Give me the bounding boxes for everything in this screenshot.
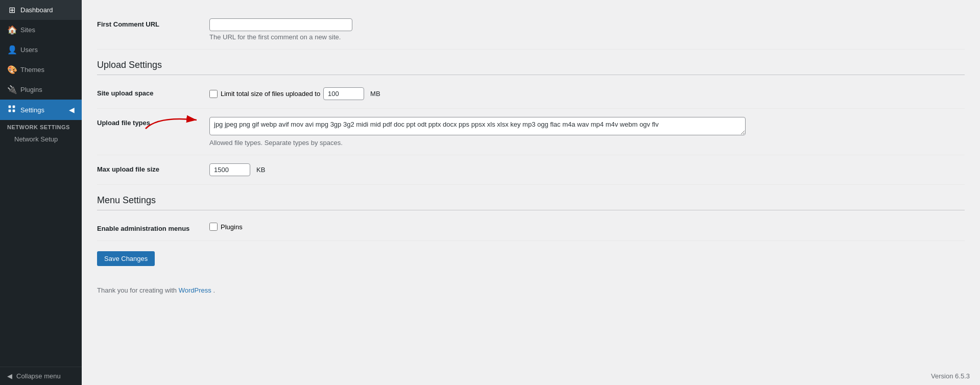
menu-settings-heading: Menu Settings xyxy=(97,185,965,210)
max-upload-size-label: Max upload file size xyxy=(97,163,209,173)
first-comment-url-row: First Comment URL The URL for the first … xyxy=(97,10,965,50)
max-upload-size-row: Max upload file size KB xyxy=(97,155,965,185)
svg-rect-2 xyxy=(9,110,11,112)
enable-admin-menus-plugins-label: Plugins xyxy=(221,223,243,231)
save-changes-button[interactable]: Save Changes xyxy=(97,251,155,266)
sites-icon: 🏠 xyxy=(7,25,16,35)
collapse-label: Collapse menu xyxy=(16,372,61,380)
sidebar-item-plugins[interactable]: 🔌 Plugins xyxy=(0,80,82,100)
upload-file-types-field: jpg jpeg png gif webp avif mov avi mpg 3… xyxy=(209,117,965,147)
sidebar-item-label: Settings xyxy=(20,106,44,114)
sidebar-item-users[interactable]: 👤 Users xyxy=(0,40,82,60)
collapse-icon: ◀ xyxy=(7,372,12,380)
settings-icon xyxy=(7,105,16,115)
site-upload-space-row: Site upload space Limit total size of fi… xyxy=(97,79,965,109)
site-upload-space-label: Site upload space xyxy=(97,87,209,97)
upload-settings-heading: Upload Settings xyxy=(97,50,965,75)
sidebar-item-dashboard[interactable]: ⊞ Dashboard xyxy=(0,0,82,20)
enable-admin-menus-plugins-checkbox[interactable] xyxy=(209,223,218,231)
max-upload-size-unit: KB xyxy=(256,166,265,174)
wordpress-link[interactable]: WordPress xyxy=(179,286,211,294)
max-upload-size-input[interactable] xyxy=(209,163,250,176)
save-button-container: Save Changes xyxy=(97,241,965,276)
site-upload-space-checkbox[interactable] xyxy=(209,90,218,98)
site-upload-space-input[interactable] xyxy=(323,87,364,100)
enable-admin-menus-field: Plugins xyxy=(209,223,965,231)
version-text: Version 6.5.3 xyxy=(931,372,970,380)
themes-icon: 🎨 xyxy=(7,65,16,75)
svg-rect-0 xyxy=(9,106,11,108)
enable-admin-menus-row: Enable administration menus Plugins xyxy=(97,214,965,241)
upload-file-types-row: Upload file types jpg jpeg png gif webp … xyxy=(97,109,965,155)
sidebar-item-label: Dashboard xyxy=(20,6,53,14)
plugins-icon: 🔌 xyxy=(7,85,16,94)
network-setup-label: Network Setup xyxy=(14,135,58,143)
max-upload-size-field: KB xyxy=(209,163,965,176)
upload-file-types-desc: Allowed file types. Separate types by sp… xyxy=(209,139,965,147)
dashboard-icon: ⊞ xyxy=(7,5,16,15)
footer-text: Thank you for creating with xyxy=(97,286,179,294)
svg-rect-3 xyxy=(13,110,15,112)
first-comment-url-desc: The URL for the first comment on a new s… xyxy=(209,33,965,41)
main-content: First Comment URL The URL for the first … xyxy=(82,0,980,385)
footer-period: . xyxy=(213,286,215,294)
sidebar-item-label: Plugins xyxy=(20,86,42,93)
upload-file-types-label: Upload file types xyxy=(97,117,209,127)
sidebar-item-settings[interactable]: Settings ◀ xyxy=(0,100,82,120)
footer: Thank you for creating with WordPress . xyxy=(97,276,965,299)
sidebar-sub-item-network-setup[interactable]: Network Setup xyxy=(0,132,82,146)
upload-file-types-input[interactable]: jpg jpeg png gif webp avif mov avi mpg 3… xyxy=(209,117,746,135)
first-comment-url-input[interactable] xyxy=(209,18,352,31)
sidebar-item-themes[interactable]: 🎨 Themes xyxy=(0,60,82,80)
site-upload-space-field: Limit total size of files uploaded to MB xyxy=(209,87,965,100)
users-icon: 👤 xyxy=(7,45,16,55)
enable-admin-menus-label: Enable administration menus xyxy=(97,223,209,232)
sidebar-item-label: Themes xyxy=(20,66,44,74)
collapse-menu-button[interactable]: ◀ Collapse menu xyxy=(0,367,82,385)
sidebar-item-label: Sites xyxy=(20,26,35,34)
site-upload-space-unit: MB xyxy=(370,90,380,98)
first-comment-url-label: First Comment URL xyxy=(97,18,209,28)
network-settings-heading: Network Settings xyxy=(0,120,82,132)
sidebar-item-label: Users xyxy=(20,46,38,54)
sidebar: ⊞ Dashboard 🏠 Sites 👤 Users 🎨 Themes 🔌 P… xyxy=(0,0,82,385)
site-upload-space-checkbox-label: Limit total size of files uploaded to xyxy=(221,90,320,98)
active-indicator: ◀ xyxy=(69,106,75,114)
svg-rect-1 xyxy=(13,106,15,108)
first-comment-url-field: The URL for the first comment on a new s… xyxy=(209,18,965,41)
sidebar-item-sites[interactable]: 🏠 Sites xyxy=(0,20,82,40)
